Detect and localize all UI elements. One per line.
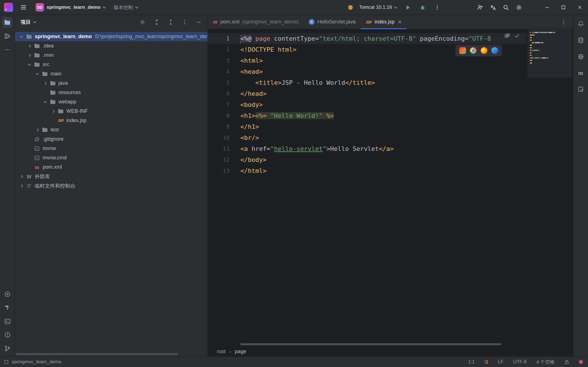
- builtin-browser-icon[interactable]: [459, 47, 466, 54]
- build-tool-icon[interactable]: [2, 302, 13, 313]
- more-tools-icon[interactable]: [2, 44, 13, 55]
- git-branch-tool-icon[interactable]: [2, 343, 13, 354]
- code-line-10[interactable]: 10<br/>: [208, 132, 526, 143]
- hide-panel-icon[interactable]: [195, 18, 203, 26]
- edge-browser-icon[interactable]: [491, 47, 498, 54]
- main-menu-icon[interactable]: [18, 2, 29, 13]
- code-line-11[interactable]: 11<a href="hello-servlet">Hello Servlet<…: [208, 143, 526, 154]
- tree-item-src[interactable]: src: [15, 60, 208, 69]
- code-line-8[interactable]: 8<h1><%= "Hello World!" %>: [208, 110, 526, 121]
- tree-item-item[interactable]: 临时文件和控制台: [15, 181, 208, 190]
- select-opened-file-icon[interactable]: [138, 18, 147, 26]
- tree-item-mvnw[interactable]: mvnw: [15, 144, 208, 153]
- caret-position[interactable]: 1:1: [468, 359, 475, 365]
- file-encoding[interactable]: UTF-8: [513, 359, 527, 365]
- vcs-widget[interactable]: 版本控制: [112, 3, 140, 12]
- maven-tool-icon[interactable]: m: [575, 68, 586, 78]
- code-with-me-icon[interactable]: [474, 2, 485, 13]
- scrollbar-thumb[interactable]: [16, 353, 178, 355]
- chevron-right-icon[interactable]: [43, 82, 47, 85]
- close-tab-icon[interactable]: ×: [398, 19, 402, 25]
- code-line-13[interactable]: 13</html>: [208, 165, 526, 176]
- code-line-3[interactable]: 3<html>: [208, 55, 526, 66]
- code-line-6[interactable]: 6</head>: [208, 88, 526, 99]
- tree-item-web-inf[interactable]: WEB-INF: [15, 107, 208, 116]
- code-line-5[interactable]: 5 <title>JSP - Hello World</title>: [208, 77, 526, 88]
- more-actions-icon[interactable]: [432, 2, 443, 13]
- run-configuration[interactable]: Tomcat 10.1.16: [358, 3, 398, 11]
- code-line-12[interactable]: 12</body>: [208, 154, 526, 165]
- translation-g-icon[interactable]: G: [484, 359, 488, 365]
- notifications-bell-icon[interactable]: [575, 18, 586, 29]
- tree-item-gitignore[interactable]: .gitignore: [15, 134, 208, 144]
- collapse-all-icon[interactable]: [166, 18, 175, 26]
- tree-item-item[interactable]: 外部库: [15, 172, 208, 181]
- chevron-down-icon[interactable]: [43, 100, 47, 103]
- status-project-widget[interactable]: springmvc_learn_demo: [4, 359, 62, 365]
- tree-item-idea[interactable]: .idea: [15, 41, 208, 51]
- chevron-right-icon[interactable]: [36, 128, 39, 131]
- indent-setting[interactable]: 4 个空格: [536, 359, 555, 365]
- project-panel-scrollbar[interactable]: [16, 353, 207, 355]
- firefox-browser-icon[interactable]: [481, 47, 487, 54]
- inspections-ok-icon[interactable]: [514, 33, 520, 38]
- panel-options-icon[interactable]: [180, 18, 189, 26]
- code-line-7[interactable]: 7<body>: [208, 99, 526, 110]
- project-panel-title[interactable]: 项目: [21, 19, 31, 25]
- code-editor[interactable]: 1<%@ page contentType="text/html; charse…: [208, 29, 526, 346]
- project-tool-icon[interactable]: [2, 17, 13, 28]
- settings-gear-icon[interactable]: [513, 2, 524, 13]
- chevron-right-icon[interactable]: [28, 54, 31, 57]
- line-separator[interactable]: LF: [498, 359, 504, 365]
- maximize-icon[interactable]: [557, 2, 569, 13]
- translate-icon[interactable]: [487, 2, 498, 13]
- tab-options-icon[interactable]: [558, 17, 569, 27]
- chevron-down-icon[interactable]: [36, 72, 39, 75]
- minimap[interactable]: [526, 29, 573, 346]
- tree-item-webapp[interactable]: webapp: [15, 97, 208, 107]
- chevron-down-icon[interactable]: [33, 20, 36, 23]
- chevron-right-icon[interactable]: [20, 175, 23, 178]
- tree-item-java[interactable]: java: [15, 79, 208, 88]
- tab-helloservlet-java[interactable]: CHelloServlet.java: [304, 15, 361, 29]
- structure-tool-icon[interactable]: [2, 31, 13, 42]
- chrome-browser-icon[interactable]: [470, 47, 477, 54]
- services-tool-icon[interactable]: [2, 289, 13, 299]
- tree-item-test[interactable]: test: [15, 125, 208, 134]
- tree-item-mvn[interactable]: .mvn: [15, 51, 208, 60]
- tree-item-main[interactable]: main: [15, 69, 208, 79]
- scrollbar-thumb[interactable]: [240, 343, 501, 345]
- chevron-right-icon[interactable]: [28, 44, 31, 47]
- tree-item-springmvc-learn-demo[interactable]: springmvc_learn_demoD:\project\spring_mv…: [15, 32, 208, 41]
- project-widget[interactable]: SD springmvc_learn_demo: [34, 2, 107, 13]
- problems-tool-icon[interactable]: [2, 329, 13, 340]
- breadcrumb-item-page[interactable]: page: [235, 349, 246, 355]
- debug-button[interactable]: [417, 2, 428, 13]
- endpoints-globe-icon[interactable]: [575, 51, 586, 62]
- chevron-right-icon[interactable]: [51, 110, 55, 113]
- tree-item-resources[interactable]: resources: [15, 88, 208, 97]
- terminal-tool-icon[interactable]: [2, 316, 13, 327]
- tree-item-mvnw-cmd[interactable]: mvnw.cmd: [15, 153, 208, 162]
- search-icon[interactable]: [500, 2, 511, 13]
- chevron-right-icon[interactable]: [20, 184, 23, 187]
- database-tool-icon[interactable]: [575, 35, 586, 45]
- chevron-down-icon[interactable]: [20, 34, 23, 38]
- run-button[interactable]: [402, 2, 413, 13]
- chevron-down-icon[interactable]: [28, 62, 31, 66]
- tree-item-pom-xml[interactable]: mpom.xml: [15, 162, 208, 172]
- tab-pom-xml[interactable]: mpom.xml (springmvc_learn_demo): [208, 15, 304, 29]
- highlighting-off-icon[interactable]: [504, 32, 510, 39]
- close-icon[interactable]: [574, 2, 586, 13]
- breadcrumb-item-root[interactable]: root: [217, 349, 226, 355]
- code-line-1[interactable]: 1<%@ page contentType="text/html; charse…: [208, 33, 526, 44]
- tab-index-jsp[interactable]: JSPindex.jsp×: [361, 15, 407, 29]
- notification-indicator-icon[interactable]: [579, 360, 583, 364]
- tree-item-index-jsp[interactable]: JSPindex.jsp: [15, 116, 208, 125]
- code-line-4[interactable]: 4<head>: [208, 66, 526, 77]
- readonly-lock-icon[interactable]: [564, 359, 569, 364]
- editor-horizontal-scrollbar[interactable]: [240, 343, 521, 346]
- code-line-9[interactable]: 9</h1>: [208, 121, 526, 132]
- expand-all-icon[interactable]: [152, 18, 161, 26]
- layout-tool-icon[interactable]: [575, 84, 586, 95]
